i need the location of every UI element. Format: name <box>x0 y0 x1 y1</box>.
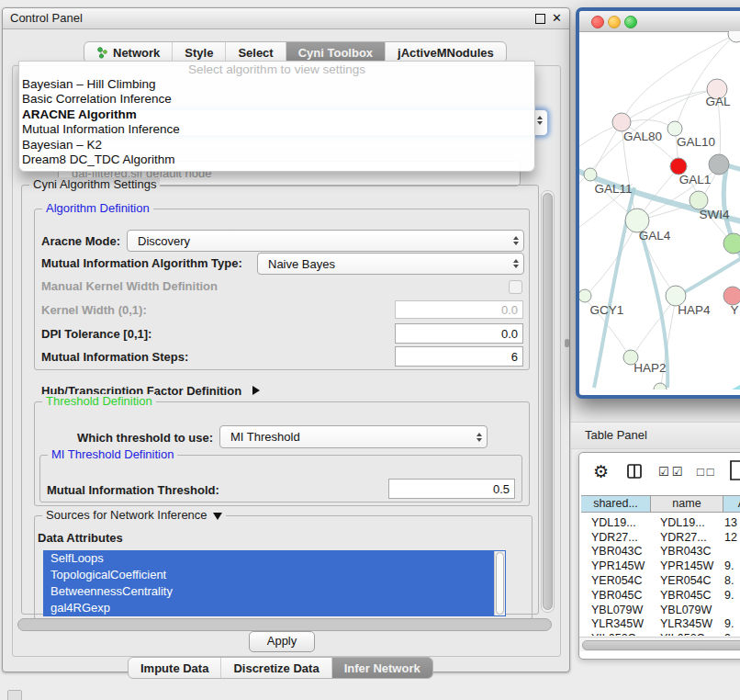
gear-icon[interactable]: ⚙ <box>593 461 609 482</box>
table-cell: YLR345W <box>651 617 723 630</box>
network-node[interactable] <box>728 31 740 42</box>
attribute-item[interactable]: TopologicalCoefficient <box>43 567 506 583</box>
table-cell: YBR043C <box>582 545 651 558</box>
table-horizontal-scrollbar[interactable] <box>579 637 740 651</box>
apply-button[interactable]: Apply <box>249 631 315 652</box>
table-cell: YDL19... <box>582 516 651 529</box>
table-cell: YBR045C <box>582 589 651 602</box>
which-threshold-combo[interactable]: MI Threshold <box>219 425 488 448</box>
aracne-mode-combo[interactable]: Discovery <box>127 230 524 252</box>
stepper-arrows-icon <box>537 116 543 125</box>
settings-horizontal-scrollbar[interactable] <box>17 618 552 631</box>
network-node-y[interactable] <box>723 287 740 305</box>
screen: Control Panel ✕ Network Style Select Cyn… <box>0 0 740 700</box>
mi-steps-field[interactable] <box>395 346 523 367</box>
select-all-checkboxes-icon[interactable]: ☑☑ <box>658 465 685 479</box>
table-row[interactable]: YBR045CYBR045C9. <box>582 588 740 603</box>
network-node-gcy1[interactable] <box>579 289 591 302</box>
stepper-arrows-icon <box>513 259 519 268</box>
attribute-item[interactable]: SelfLoops <box>43 550 506 567</box>
close-icon[interactable]: ✕ <box>552 11 562 25</box>
table-cell: YER054C <box>582 574 651 587</box>
table-row[interactable]: YPR145WYPR145W9. <box>582 559 740 573</box>
mi-type-combo[interactable]: Naive Bayes <box>257 253 524 275</box>
table-toolbar: ⚙ ☑☑ □□ <box>579 453 740 494</box>
group-title: Algorithm Definition <box>42 201 153 215</box>
table-column-headers: shared... name A <box>581 495 740 513</box>
tab-network[interactable]: Network <box>84 42 172 62</box>
network-node-gal80[interactable] <box>612 113 631 131</box>
network-window-titlebar[interactable] <box>579 11 740 32</box>
tab-style[interactable]: Style <box>172 42 225 62</box>
settings-vertical-scrollbar[interactable] <box>541 190 555 613</box>
column-header-partial[interactable]: A <box>723 496 740 512</box>
control-panel-titlebar[interactable]: Control Panel ✕ <box>3 8 569 29</box>
tab-cyni-toolbox[interactable]: Cyni Toolbox <box>286 42 385 62</box>
mac-close-button[interactable] <box>591 16 604 28</box>
network-node-gal1[interactable] <box>690 191 708 209</box>
stepper-arrows-icon <box>513 236 519 245</box>
table-cell: YBL079W <box>651 604 723 616</box>
table-row[interactable]: YBR043CYBR043C <box>582 545 740 559</box>
data-attributes-list: SelfLoops TopologicalCoefficient Between… <box>43 550 506 616</box>
network-canvas[interactable]: GALGAL80GAL10GAL1GAL11GAL4GCY1HAP4YHAP2S… <box>579 31 740 395</box>
column-header-name[interactable]: name <box>651 496 723 512</box>
network-node[interactable] <box>723 233 740 254</box>
window-title: Control Panel <box>10 11 83 25</box>
network-node[interactable] <box>709 154 729 175</box>
table-cell: 9. <box>723 589 740 602</box>
mi-steps-label: Mutual Information Steps: <box>41 351 188 364</box>
data-attributes-label: Data Attributes <box>38 532 123 545</box>
algorithm-item-selected[interactable]: ARACNE Algorithm <box>22 107 534 122</box>
network-node-gal10[interactable] <box>667 121 682 136</box>
network-node[interactable] <box>654 383 667 390</box>
tab-impute-data[interactable]: Impute Data <box>129 658 220 678</box>
table-panel-header: Table Panel <box>571 422 740 449</box>
tab-label: Network <box>113 46 160 60</box>
attribute-item[interactable]: gal4RGexp <box>43 600 506 616</box>
table-cell: 13 <box>723 516 740 529</box>
panel-divider-handle[interactable] <box>565 339 569 347</box>
table-row[interactable]: YLR345WYLR345W9. <box>582 617 740 632</box>
table-row[interactable]: YDR27...YDR27...12 <box>582 530 740 545</box>
algorithm-list: Bayesian – Hill Climbing Basic Correlati… <box>19 77 534 167</box>
corner-grip[interactable] <box>7 690 22 700</box>
table-cell: 12 <box>723 531 740 544</box>
algorithm-item[interactable]: Mutual Information Inference <box>22 122 534 137</box>
table-row[interactable]: YER054CYER054C8. <box>582 573 740 588</box>
tab-jactivemnodules[interactable]: jActiveMNodules <box>385 42 506 62</box>
float-window-icon[interactable] <box>535 14 545 24</box>
mac-minimize-button[interactable] <box>608 16 621 28</box>
tab-infer-network[interactable]: Infer Network <box>331 658 432 678</box>
list-scrollbar[interactable] <box>494 551 505 615</box>
table-cell: YPR145W <box>582 559 651 572</box>
group-title: MI Threshold Definition <box>48 447 177 461</box>
algorithm-item[interactable]: Basic Correlation Inference <box>22 92 534 107</box>
algorithm-item[interactable]: Bayesian – Hill Climbing <box>22 77 534 92</box>
tab-discretize-data[interactable]: Discretize Data <box>220 658 331 678</box>
algorithm-item[interactable]: Bayesian – K2 <box>22 138 534 152</box>
table-row[interactable]: YBL079WYBL079W <box>582 603 740 617</box>
table-row[interactable]: YIL052CYIL052C9 <box>582 631 740 636</box>
table-row[interactable]: YDL19...YDL19...13 <box>582 515 740 530</box>
kernel-width-field[interactable] <box>395 300 523 319</box>
mi-threshold-field[interactable] <box>388 479 515 499</box>
tab-select[interactable]: Select <box>225 42 285 62</box>
sources-toggle[interactable]: Sources for Network Inference <box>42 508 226 522</box>
columns-icon[interactable] <box>627 464 643 479</box>
attribute-item[interactable]: BetweennessCentrality <box>43 583 506 600</box>
node-label: HAP2 <box>633 361 666 375</box>
group-title: Cyni Algorithm Settings <box>29 177 160 191</box>
table-window: ⚙ ☑☑ □□ shared... name A YDL19...YDL19..… <box>578 452 740 660</box>
algorithm-item[interactable]: Dream8 DC_TDC Algorithm <box>22 152 534 167</box>
column-header-shared-name[interactable]: shared... <box>581 496 651 512</box>
deselect-all-checkboxes-icon[interactable]: □□ <box>697 465 717 479</box>
mac-zoom-button[interactable] <box>624 16 637 28</box>
table-cell: YPR145W <box>651 559 723 572</box>
document-icon[interactable] <box>729 459 740 481</box>
dpi-tolerance-field[interactable] <box>395 323 523 344</box>
manual-kernel-checkbox[interactable] <box>509 280 522 294</box>
network-node-gal11[interactable] <box>584 168 597 181</box>
which-threshold-label: Which threshold to use: <box>77 432 213 445</box>
table-cell: YBR043C <box>651 545 723 558</box>
